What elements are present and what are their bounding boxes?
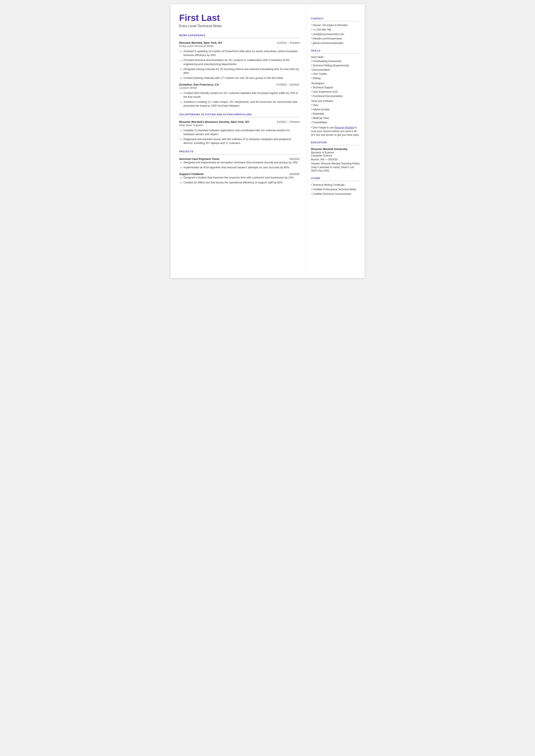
project-1-bullets: Designed and implemented an encryption t… <box>179 160 300 169</box>
tools-list: Visio Adobe Acrobat RoboHelp MadCap Flar… <box>311 103 360 124</box>
tool-robohelp: RoboHelp <box>311 112 360 116</box>
job-1-bullet-3: Designed training manuals for 25 incomin… <box>183 67 300 75</box>
left-column: First Last Entry-Level Technical Writer … <box>171 4 306 278</box>
project-1-name: Secured Card Payment Tools <box>179 157 219 160</box>
skill-user-guides: User Guides <box>311 72 360 76</box>
projects-section-title: PROJECTS <box>179 150 300 153</box>
project-2-bullet-1: Designed a chatbot that improves the res… <box>183 176 300 180</box>
job-2-company: Growthsi, San Francisco, CA <box>179 83 219 86</box>
job-2-bullet-1: Created SEO-friendly content for 15+ cus… <box>183 91 300 99</box>
right-column: CONTACT Denver, OH (Open to Remote) +1-2… <box>306 4 365 278</box>
job-2-bullets: Created SEO-friendly content for 15+ cus… <box>179 91 300 108</box>
resume-worded-link[interactable]: Resume Worded <box>334 126 354 129</box>
project-1-bullet-1: Designed and implemented an encryption t… <box>183 160 300 164</box>
job-2-title: Content Writer <box>179 86 300 90</box>
skill-technical-writing: Technical Writing (Experienced) <box>311 64 360 68</box>
job-1-company: Resume Worded, New York, NY <box>179 41 222 44</box>
edu-school: Resume Worded University <box>311 147 360 151</box>
project-2-date: 04/2020 <box>290 172 300 176</box>
job-1: Resume Worded, New York, NY 11/2021 – Pr… <box>179 41 300 80</box>
volunteer-1-title: Help Desk Support <box>179 124 300 127</box>
contact-github: github.com/resumeworded <box>311 42 360 45</box>
tools-label: Tools and Software: <box>311 99 360 102</box>
other-item-3: Certified Technical Communicator. <box>311 192 360 196</box>
skill-documentation: Documentation <box>311 68 360 72</box>
job-1-title: Entry-Level Technical Writer <box>179 44 300 48</box>
hard-skills-list: Proofreading (Advanced) Technical Writin… <box>311 60 360 80</box>
other-divider <box>311 181 360 181</box>
job-2-dates: 07/2020 – 10/2021 <box>276 83 299 86</box>
job-1-bullets: Assisted in updating 18 months of PowerP… <box>179 49 300 80</box>
skills-section-title: SKILLS <box>311 49 360 52</box>
contact-phone: +1-234-456-789 <box>311 28 360 32</box>
techniques-label: Techniques: <box>311 82 360 85</box>
job-1-header: Resume Worded, New York, NY 11/2021 – Pr… <box>179 41 300 44</box>
volunteer-1-header: Resume Worded's Business Society, New Yo… <box>179 120 300 124</box>
project-2: Support Chatbots 04/2020 Designed a chat… <box>179 172 300 184</box>
project-1: Secured Card Payment Tools 04/2020 Desig… <box>179 157 300 169</box>
project-1-bullet-2: Implemented an RSA algorithm that reduce… <box>183 165 300 169</box>
volunteer-1-bullets: Installed 13 standard software applicati… <box>179 128 300 145</box>
edu-location-date: Boston, MA — 06/2020 <box>311 158 360 161</box>
technique-functional-doc: Functional Documentation <box>311 95 360 98</box>
job-2: Growthsi, San Francisco, CA 07/2020 – 10… <box>179 83 300 108</box>
contact-section-title: CONTACT <box>311 17 360 20</box>
education-divider <box>311 145 360 145</box>
volunteer-1-company: Resume Worded's Business Society, New Yo… <box>179 120 249 124</box>
work-divider <box>179 38 300 38</box>
job-2-header: Growthsi, San Francisco, CA 07/2020 – 10… <box>179 83 300 86</box>
technique-technical-support: Technical Support <box>311 86 360 90</box>
volunteer-1-bullet-2: Diagnosed and resolved issues with the s… <box>183 137 300 145</box>
resume-page: First Last Entry-Level Technical Writer … <box>171 4 365 278</box>
project-2-bullets: Designed a chatbot that improves the res… <box>179 176 300 184</box>
resume-worded-note: • Don't forget to use Resume Worded to s… <box>311 126 360 137</box>
other-section-title: OTHER <box>311 177 360 180</box>
contact-list: Denver, OH (Open to Remote) +1-234-456-7… <box>311 23 360 45</box>
contact-divider <box>311 21 360 21</box>
volunteering-section-title: VOLUNTEERING ACTIVITIES AND EXTRACURRICU… <box>179 113 300 116</box>
education-section-title: EDUCATION <box>311 141 360 144</box>
project-2-header: Support Chatbots 04/2020 <box>179 172 300 176</box>
skill-proofreading: Proofreading (Advanced) <box>311 60 360 63</box>
job-1-bullet-4: Created training materials with 17+ trai… <box>183 76 300 80</box>
edu-awards: Awards: Resume Worded Teaching Fellow (o… <box>311 162 360 173</box>
name: First Last <box>179 13 300 23</box>
project-2-name: Support Chatbots <box>179 172 204 176</box>
project-2-bullet-2: Created an offline tool that boosts the … <box>183 181 300 184</box>
techniques-list: Technical Support User Experience (UX) F… <box>311 86 360 98</box>
subtitle: Entry-Level Technical Writer <box>179 24 300 28</box>
volunteer-1: Resume Worded's Business Society, New Yo… <box>179 120 300 145</box>
project-1-header: Secured Card Payment Tools 04/2020 <box>179 157 300 160</box>
skill-editing: Editing <box>311 76 360 80</box>
work-experience-section-title: WORK EXPERIENCE <box>179 34 300 37</box>
job-2-bullet-2: Assisted in creating 11+ video scripts, … <box>183 100 300 108</box>
contact-linkedin: linkedin.com/in/username <box>311 37 360 41</box>
tool-madcap-flare: MadCap Flare <box>311 116 360 120</box>
tool-visio: Visio <box>311 103 360 107</box>
other-list: Technical Writing Certificate. Certified… <box>311 183 360 196</box>
volunteer-1-dates: 12/2021 – Present <box>277 120 299 124</box>
other-item-2: Certified Professional Technical Writer. <box>311 188 360 191</box>
hard-skills-label: Hard Skills: <box>311 56 360 59</box>
tool-adobe-acrobat: Adobe Acrobat <box>311 108 360 111</box>
volunteer-1-bullet-1: Installed 13 standard software applicati… <box>183 128 300 136</box>
contact-email: email@resumeworded.com <box>311 33 360 36</box>
tool-framemaker: FrameMaker <box>311 121 360 124</box>
job-1-bullet-1: Assisted in updating 18 months of PowerP… <box>183 49 300 57</box>
technique-ux: User Experience (UX) <box>311 90 360 94</box>
contact-location: Denver, OH (Open to Remote) <box>311 23 360 27</box>
volunteering-divider <box>179 117 300 117</box>
other-item-1: Technical Writing Certificate. <box>311 183 360 187</box>
edu-field: Computer Science <box>311 154 360 157</box>
edu-degree: Bachelor of Science <box>311 151 360 154</box>
project-1-date: 04/2020 <box>290 157 300 160</box>
job-1-dates: 11/2021 – Present <box>277 41 299 44</box>
job-1-bullet-2: Provided technical documentation for 15+… <box>183 58 300 66</box>
